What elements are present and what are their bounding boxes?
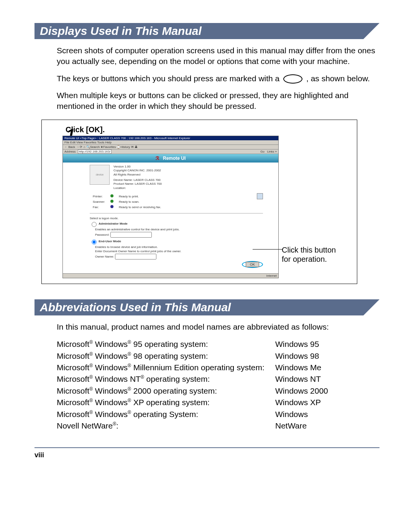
enduser-desc2: Enter Document Owner Name to control pri… <box>95 250 263 253</box>
callout-line2: for operation. <box>282 255 327 263</box>
abbr-row: Microsoft® Windows® 98 operating system:… <box>57 350 380 362</box>
go-button[interactable]: Go <box>260 150 264 153</box>
statusbar-internet: Internet <box>266 274 277 277</box>
device-name: LASER CLASS 700 <box>133 178 160 182</box>
abbr-left: Microsoft® Windows® operating System: <box>57 409 275 420</box>
owner-label: Owner Name: <box>95 255 114 258</box>
browser-titlebar: Remote UI <Top Page> : LASER CLASS 700 ;… <box>63 136 278 140</box>
browser-toolbar[interactable]: ← Back → ⟳ ⌂ 🔍Search ★Favorites ⌚History… <box>63 145 278 149</box>
step-title: Click [OK]. <box>66 125 352 134</box>
heading-displays: Displays Used in This Manual <box>34 23 380 39</box>
browser-window: Remote UI <Top Page> : LASER CLASS 700 ;… <box>62 136 279 278</box>
admin-label: Administrator Mode <box>99 222 128 225</box>
printer-label: Printer: <box>90 194 107 199</box>
abbr-left: Microsoft® Windows® XP operating system: <box>57 397 275 408</box>
abbr-right: Windows <box>275 409 308 420</box>
callout-line <box>253 249 283 250</box>
abbr-left: Microsoft® Windows NT® operating system: <box>57 373 275 385</box>
abbreviations-table: Microsoft® Windows® 95 operating system:… <box>57 338 380 432</box>
version: Version 1.00 <box>113 165 162 169</box>
abbr-row: Microsoft® Windows® XP operating system:… <box>57 397 380 408</box>
location-label: Location: <box>113 186 162 190</box>
enduser-radio[interactable] <box>92 240 97 245</box>
device-image-icon: device <box>90 165 110 185</box>
abbr-right: Windows NT <box>275 373 321 385</box>
scanner-label: Scanner: <box>90 199 107 204</box>
abbr-right: Windows 98 <box>275 350 319 362</box>
links-button[interactable]: Links » <box>267 150 277 153</box>
para1: Screen shots of computer operation scree… <box>57 45 380 67</box>
admin-radio[interactable] <box>92 222 97 227</box>
browser-menubar[interactable]: File Edit View Favorites Tools Help <box>63 140 278 145</box>
ok-button[interactable]: OK <box>246 262 259 267</box>
printer-status: Ready to print. <box>117 194 163 199</box>
page-number: viii <box>34 451 380 459</box>
abbr-row: Microsoft® Windows® Millennium Edition o… <box>57 362 380 373</box>
heading2-text: Abbreviations Used in This Manual <box>40 301 231 314</box>
heading1-text: Displays Used in This Manual <box>40 25 202 37</box>
password-input[interactable] <box>110 232 152 238</box>
abbr-right: Windows 95 <box>275 338 319 350</box>
example-figure: 1 Click [OK]. Remote UI <Top Page> : LAS… <box>41 120 357 284</box>
status-dot-icon <box>110 194 113 197</box>
abbr-row: Microsoft® Windows® 95 operating system:… <box>57 338 380 350</box>
abbr-right: NetWare <box>275 420 307 432</box>
abbr-right: Windows XP <box>275 397 321 408</box>
product-name: LASER CLASS 700 <box>135 182 162 186</box>
para2: The keys or buttons which you should pre… <box>57 73 380 84</box>
footer-divider <box>34 447 380 448</box>
product-name-label: Product Name: <box>113 182 134 186</box>
fax-status: Ready to send or receiving fax. <box>117 205 163 209</box>
remote-ui-icon: ℛ <box>156 156 159 161</box>
heading-abbreviations: Abbreviations Used in This Manual <box>34 299 380 315</box>
browser-statusbar: Internet <box>63 273 278 278</box>
scanner-status: Ready to scan. <box>117 199 163 204</box>
abbr-left: Microsoft® Windows® 95 operating system: <box>57 338 275 350</box>
device-name-label: Device Name: <box>113 178 133 182</box>
status-dot-icon <box>110 200 113 203</box>
ok-ellipse-highlight: OK <box>242 261 263 268</box>
abbr-row: Microsoft® Windows NT® operating system:… <box>57 373 380 385</box>
abbr-left: Microsoft® Windows® 2000 operating syste… <box>57 385 275 397</box>
para2b: , as shown below. <box>306 74 370 83</box>
rights: All Rights Reserved <box>113 173 162 177</box>
enduser-desc: Enables to browse device and job informa… <box>95 245 263 249</box>
abbr-right: Windows 2000 <box>275 385 328 397</box>
password-label: Password: <box>95 233 109 236</box>
oval-marker-icon <box>283 74 302 84</box>
copyright: Copyright CANON INC. 2001-2002 <box>113 169 162 172</box>
remote-ui-banner: ℛ Remote UI <box>63 154 278 163</box>
refresh-icon[interactable] <box>257 193 263 199</box>
callout-text: Click this button for operation. <box>282 245 347 264</box>
remote-ui-text: Remote UI <box>163 156 186 161</box>
abbr-row: Microsoft® Windows® 2000 operating syste… <box>57 385 380 397</box>
status-dot-icon <box>110 205 113 208</box>
browser-addressbar[interactable]: Address http://192.168.203.163/ Go Links… <box>63 149 278 154</box>
fax-label: Fax: <box>90 205 107 209</box>
callout-line1: Click this button <box>282 246 336 254</box>
abbr-left: Microsoft® Windows® Millennium Edition o… <box>57 362 275 373</box>
admin-desc: Enables an administrative control for th… <box>95 228 263 231</box>
abbr-left: Novell NetWare®: <box>57 420 275 432</box>
abbr-left: Microsoft® Windows® 98 operating system: <box>57 350 275 362</box>
para2a: The keys or buttons which you should pre… <box>57 74 282 83</box>
enduser-label: End-User Mode <box>99 240 121 243</box>
addr-label: Address <box>64 150 76 153</box>
abbr-row: Microsoft® Windows® operating System:Win… <box>57 409 380 420</box>
abbr-row: Novell NetWare®:NetWare <box>57 420 380 432</box>
abbr-right: Windows Me <box>275 362 321 373</box>
addr-value[interactable]: http://192.168.203.163/ <box>78 149 112 154</box>
para3: When multiple keys or buttons can be cli… <box>57 90 380 112</box>
owner-input[interactable] <box>115 254 156 259</box>
login-title: Select a logon mode. <box>90 217 263 220</box>
abbr-intro: In this manual, product names and model … <box>57 322 380 332</box>
